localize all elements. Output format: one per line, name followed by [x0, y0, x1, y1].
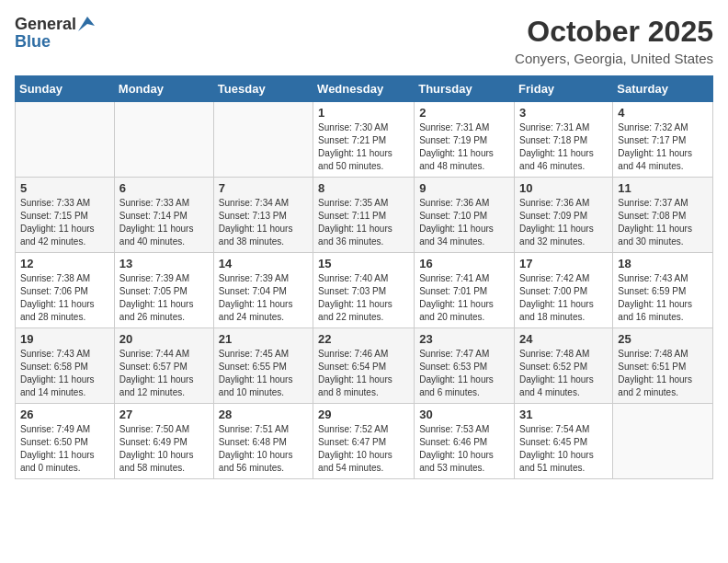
day-info: Sunrise: 7:43 AM Sunset: 6:59 PM Dayligh… — [618, 272, 708, 324]
weekday-header-saturday: Saturday — [613, 76, 713, 102]
calendar-cell: 8Sunrise: 7:35 AM Sunset: 7:11 PM Daylig… — [313, 178, 415, 253]
calendar-cell: 31Sunrise: 7:54 AM Sunset: 6:45 PM Dayli… — [515, 404, 613, 479]
day-number: 14 — [219, 257, 308, 270]
page-header: General Blue October 2025 Conyers, Georg… — [15, 15, 713, 66]
calendar-cell: 22Sunrise: 7:46 AM Sunset: 6:54 PM Dayli… — [313, 328, 415, 404]
calendar-cell: 21Sunrise: 7:45 AM Sunset: 6:55 PM Dayli… — [213, 328, 313, 404]
day-info: Sunrise: 7:31 AM Sunset: 7:19 PM Dayligh… — [419, 121, 509, 173]
calendar-cell: 23Sunrise: 7:47 AM Sunset: 6:53 PM Dayli… — [415, 328, 515, 404]
weekday-header-thursday: Thursday — [415, 76, 515, 102]
day-number: 15 — [318, 257, 409, 270]
calendar-week-2: 5Sunrise: 7:33 AM Sunset: 7:15 PM Daylig… — [16, 178, 713, 253]
day-number: 30 — [419, 408, 509, 421]
calendar-cell: 10Sunrise: 7:36 AM Sunset: 7:09 PM Dayli… — [515, 178, 613, 253]
day-info: Sunrise: 7:41 AM Sunset: 7:01 PM Dayligh… — [419, 272, 509, 324]
day-info: Sunrise: 7:40 AM Sunset: 7:03 PM Dayligh… — [318, 272, 409, 324]
day-number: 29 — [318, 408, 409, 421]
day-number: 7 — [219, 181, 308, 195]
calendar-cell: 19Sunrise: 7:43 AM Sunset: 6:58 PM Dayli… — [16, 328, 115, 404]
calendar-week-5: 26Sunrise: 7:49 AM Sunset: 6:50 PM Dayli… — [16, 404, 713, 479]
day-number: 23 — [419, 332, 509, 346]
day-number: 6 — [119, 181, 209, 195]
day-info: Sunrise: 7:37 AM Sunset: 7:08 PM Dayligh… — [618, 197, 708, 248]
day-info: Sunrise: 7:49 AM Sunset: 6:50 PM Dayligh… — [20, 423, 109, 475]
day-info: Sunrise: 7:36 AM Sunset: 7:09 PM Dayligh… — [519, 197, 608, 248]
calendar-header-row: SundayMondayTuesdayWednesdayThursdayFrid… — [16, 76, 713, 102]
day-info: Sunrise: 7:45 AM Sunset: 6:55 PM Dayligh… — [219, 348, 308, 399]
weekday-header-monday: Monday — [114, 76, 213, 102]
calendar-table: SundayMondayTuesdayWednesdayThursdayFrid… — [15, 75, 713, 479]
calendar-cell: 3Sunrise: 7:31 AM Sunset: 7:18 PM Daylig… — [515, 102, 613, 178]
calendar-cell: 1Sunrise: 7:30 AM Sunset: 7:21 PM Daylig… — [313, 102, 415, 178]
day-info: Sunrise: 7:51 AM Sunset: 6:48 PM Dayligh… — [219, 423, 308, 475]
day-number: 28 — [219, 408, 308, 421]
day-number: 11 — [618, 181, 708, 195]
day-number: 24 — [519, 332, 608, 346]
calendar-week-3: 12Sunrise: 7:38 AM Sunset: 7:06 PM Dayli… — [16, 253, 713, 328]
calendar-cell — [213, 102, 313, 178]
day-number: 5 — [20, 181, 109, 195]
calendar-cell: 20Sunrise: 7:44 AM Sunset: 6:57 PM Dayli… — [114, 328, 213, 404]
day-number: 18 — [618, 257, 708, 270]
logo: General Blue — [15, 15, 95, 52]
calendar-cell: 11Sunrise: 7:37 AM Sunset: 7:08 PM Dayli… — [613, 178, 713, 253]
day-info: Sunrise: 7:39 AM Sunset: 7:04 PM Dayligh… — [219, 272, 308, 324]
day-info: Sunrise: 7:47 AM Sunset: 6:53 PM Dayligh… — [419, 348, 509, 399]
day-number: 19 — [20, 332, 109, 346]
day-number: 4 — [618, 106, 708, 120]
day-info: Sunrise: 7:54 AM Sunset: 6:45 PM Dayligh… — [519, 423, 608, 475]
calendar-cell: 16Sunrise: 7:41 AM Sunset: 7:01 PM Dayli… — [415, 253, 515, 328]
day-number: 10 — [519, 181, 608, 195]
calendar-cell — [16, 102, 115, 178]
day-number: 22 — [318, 332, 409, 346]
day-info: Sunrise: 7:31 AM Sunset: 7:18 PM Dayligh… — [519, 121, 608, 173]
day-info: Sunrise: 7:35 AM Sunset: 7:11 PM Dayligh… — [318, 197, 409, 248]
day-number: 20 — [119, 332, 209, 346]
calendar-cell: 12Sunrise: 7:38 AM Sunset: 7:06 PM Dayli… — [16, 253, 115, 328]
day-number: 3 — [519, 106, 608, 120]
day-number: 13 — [119, 257, 209, 270]
day-info: Sunrise: 7:46 AM Sunset: 6:54 PM Dayligh… — [318, 348, 409, 399]
weekday-header-wednesday: Wednesday — [313, 76, 415, 102]
day-info: Sunrise: 7:50 AM Sunset: 6:49 PM Dayligh… — [119, 423, 209, 475]
calendar-cell: 2Sunrise: 7:31 AM Sunset: 7:19 PM Daylig… — [415, 102, 515, 178]
day-info: Sunrise: 7:53 AM Sunset: 6:46 PM Dayligh… — [419, 423, 509, 475]
day-number: 17 — [519, 257, 608, 270]
calendar-cell: 18Sunrise: 7:43 AM Sunset: 6:59 PM Dayli… — [613, 253, 713, 328]
calendar-cell: 9Sunrise: 7:36 AM Sunset: 7:10 PM Daylig… — [415, 178, 515, 253]
day-info: Sunrise: 7:36 AM Sunset: 7:10 PM Dayligh… — [419, 197, 509, 248]
logo-blue-text: Blue — [15, 32, 51, 52]
calendar-cell: 6Sunrise: 7:33 AM Sunset: 7:14 PM Daylig… — [114, 178, 213, 253]
day-info: Sunrise: 7:44 AM Sunset: 6:57 PM Dayligh… — [119, 348, 209, 399]
weekday-header-tuesday: Tuesday — [213, 76, 313, 102]
calendar-cell: 5Sunrise: 7:33 AM Sunset: 7:15 PM Daylig… — [16, 178, 115, 253]
calendar-cell: 26Sunrise: 7:49 AM Sunset: 6:50 PM Dayli… — [16, 404, 115, 479]
day-info: Sunrise: 7:48 AM Sunset: 6:51 PM Dayligh… — [618, 348, 708, 399]
calendar-cell: 28Sunrise: 7:51 AM Sunset: 6:48 PM Dayli… — [213, 404, 313, 479]
calendar-cell: 4Sunrise: 7:32 AM Sunset: 7:17 PM Daylig… — [613, 102, 713, 178]
logo-general-text: General — [15, 15, 76, 34]
day-number: 16 — [419, 257, 509, 270]
calendar-cell: 17Sunrise: 7:42 AM Sunset: 7:00 PM Dayli… — [515, 253, 613, 328]
calendar-cell: 29Sunrise: 7:52 AM Sunset: 6:47 PM Dayli… — [313, 404, 415, 479]
calendar-cell — [114, 102, 213, 178]
day-number: 8 — [318, 181, 409, 195]
logo-bird-icon — [78, 17, 95, 31]
day-info: Sunrise: 7:48 AM Sunset: 6:52 PM Dayligh… — [519, 348, 608, 399]
day-number: 2 — [419, 106, 509, 120]
day-number: 21 — [219, 332, 308, 346]
calendar-week-4: 19Sunrise: 7:43 AM Sunset: 6:58 PM Dayli… — [16, 328, 713, 404]
day-info: Sunrise: 7:34 AM Sunset: 7:13 PM Dayligh… — [219, 197, 308, 248]
day-info: Sunrise: 7:52 AM Sunset: 6:47 PM Dayligh… — [318, 423, 409, 475]
calendar-week-1: 1Sunrise: 7:30 AM Sunset: 7:21 PM Daylig… — [16, 102, 713, 178]
day-number: 26 — [20, 408, 109, 421]
calendar-cell: 15Sunrise: 7:40 AM Sunset: 7:03 PM Dayli… — [313, 253, 415, 328]
day-info: Sunrise: 7:30 AM Sunset: 7:21 PM Dayligh… — [318, 121, 409, 173]
day-number: 9 — [419, 181, 509, 195]
day-number: 27 — [119, 408, 209, 421]
calendar-cell: 27Sunrise: 7:50 AM Sunset: 6:49 PM Dayli… — [114, 404, 213, 479]
day-number: 1 — [318, 106, 409, 120]
day-info: Sunrise: 7:32 AM Sunset: 7:17 PM Dayligh… — [618, 121, 708, 173]
location: Conyers, Georgia, United States — [515, 51, 713, 66]
svg-marker-0 — [78, 17, 95, 31]
